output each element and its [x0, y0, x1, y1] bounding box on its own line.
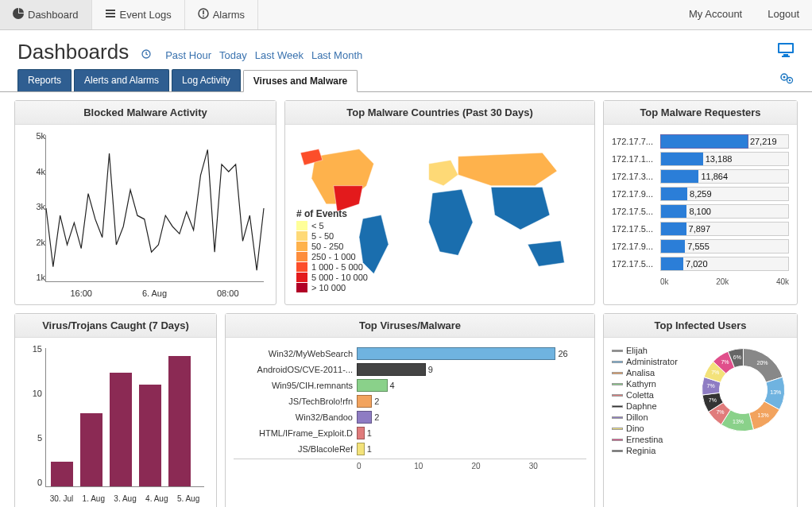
panel-top-viruses: Top Viruses/Malware Win32/MyWebSearch26A… [225, 313, 595, 507]
color-swatch [612, 394, 623, 397]
infected-user-row[interactable]: Analisa [612, 368, 691, 377]
requester-ip: 172.17.5... [612, 259, 655, 269]
requester-ip: 172.17.3... [612, 172, 655, 181]
requester-row[interactable]: 172.17.7...27,219 [612, 134, 789, 149]
panel-top-requesters: Top Malware Requesters 172.17.7...27,219… [603, 100, 798, 305]
topbar: Dashboard Event Logs Alarms My Account L… [0, 0, 812, 30]
bar[interactable] [139, 385, 161, 486]
blocked-malware-chart[interactable]: 5k4k3k2k1k 16:006. Aug08:00 [23, 131, 268, 298]
bar[interactable] [110, 373, 132, 486]
gear-icon[interactable] [780, 73, 795, 87]
tab-reports[interactable]: Reports [17, 69, 72, 91]
panel-top-infected-title: Top Infected Users [604, 314, 797, 338]
panel-top-countries: Top Malware Countries (Past 30 Days) [284, 100, 595, 305]
color-swatch [296, 283, 307, 292]
pie-icon [13, 8, 24, 21]
bar[interactable] [80, 413, 102, 486]
svg-rect-6 [783, 54, 788, 56]
requester-row[interactable]: 172.17.3...11,864 [612, 169, 789, 184]
time-link-past-hour[interactable]: Past Hour [165, 49, 211, 61]
svg-text:6%: 6% [733, 354, 741, 360]
nav-eventlogs-label: Event Logs [120, 9, 172, 21]
virus-row[interactable]: JS/BlacoleRef1 [234, 443, 586, 455]
monitor-icon[interactable] [777, 42, 795, 63]
tab-log-activity[interactable]: Log Activity [172, 69, 241, 91]
bar[interactable] [168, 356, 191, 486]
virus-row[interactable]: AndroidOS/CVE-2011-...9 [234, 363, 586, 376]
requester-ip: 172.17.5... [612, 207, 655, 216]
virus-row[interactable]: Win32/MyWebSearch26 [234, 347, 586, 360]
color-swatch [612, 450, 623, 452]
legend-row: 1 000 - 5 000 [296, 262, 368, 272]
virus-row[interactable]: HTML/IFrame_Exploit.D1 [234, 427, 586, 439]
infected-user-row[interactable]: Daphne [612, 401, 691, 411]
virus-name: AndroidOS/CVE-2011-... [234, 365, 353, 374]
nav-eventlogs[interactable]: Event Logs [92, 0, 185, 29]
infected-user-row[interactable]: Dino [612, 424, 691, 433]
tab-alerts-and-alarms[interactable]: Alerts and Alarms [74, 69, 169, 91]
infected-user-row[interactable]: Coletta [612, 390, 691, 400]
svg-rect-7 [782, 56, 790, 57]
requester-row[interactable]: 172.17.9...8,259 [612, 187, 789, 201]
legend-row: 50 - 250 [296, 242, 368, 251]
warning-icon [198, 8, 209, 21]
nav-dashboard[interactable]: Dashboard [0, 0, 92, 29]
virus-name: Win32/Bandoo [234, 412, 353, 422]
color-swatch [296, 242, 307, 251]
infected-user-row[interactable]: Kathyrn [612, 379, 691, 389]
requesters-chart[interactable]: 172.17.7...27,219172.17.1...13,188172.17… [612, 134, 789, 271]
panel-virus-trojans-title: Virus/Trojans Caught (7 Days) [15, 314, 216, 338]
infected-user-row[interactable]: Reginia [612, 446, 691, 455]
y-axis: 151050 [23, 344, 42, 487]
svg-text:13%: 13% [758, 412, 769, 418]
legend-row: 5 000 - 10 000 [296, 273, 368, 282]
nav-logout[interactable]: Logout [755, 0, 812, 29]
top-viruses-chart[interactable]: Win32/MyWebSearch26AndroidOS/CVE-2011-..… [234, 347, 586, 455]
time-link-last-month[interactable]: Last Month [311, 49, 362, 61]
svg-point-11 [789, 79, 791, 81]
heading-row: Dashboards Past HourTodayLast WeekLast M… [0, 30, 812, 69]
svg-text:7%: 7% [711, 370, 719, 375]
time-link-last-week[interactable]: Last Week [255, 49, 304, 61]
nav-dashboard-label: Dashboard [28, 9, 79, 21]
virus-row[interactable]: Win95/CIH.remnants4 [234, 379, 586, 392]
legend-row: < 5 [296, 221, 368, 230]
tab-viruses-and-malware[interactable]: Viruses and Malware [243, 70, 358, 92]
requester-row[interactable]: 172.17.5...8,100 [612, 204, 789, 219]
svg-text:7%: 7% [721, 359, 729, 365]
svg-rect-1 [203, 10, 204, 14]
requester-row[interactable]: 172.17.5...7,020 [612, 257, 789, 271]
x-axis: 0k20k40k [612, 274, 789, 286]
bar[interactable] [51, 462, 73, 486]
virus-name: Win32/MyWebSearch [234, 349, 353, 358]
virus-name: Win95/CIH.remnants [234, 381, 353, 390]
svg-text:13%: 13% [733, 419, 744, 424]
requester-row[interactable]: 172.17.5...7,897 [612, 222, 789, 236]
svg-rect-2 [203, 16, 204, 17]
time-link-today[interactable]: Today [219, 49, 247, 61]
requester-row[interactable]: 172.17.1...13,188 [612, 152, 789, 166]
infected-user-row[interactable]: Administrator [612, 357, 691, 366]
nav-alarms-label: Alarms [213, 9, 245, 21]
infected-user-row[interactable]: Elijah [612, 346, 691, 355]
nav-alarms[interactable]: Alarms [185, 0, 258, 29]
virus-trojans-chart[interactable]: 151050 30. Jul1. Aug3. Aug4. Aug5. Aug [23, 344, 208, 503]
svg-point-9 [783, 76, 786, 79]
infected-donut-chart[interactable]: 20%13%13%13%7%7%7%7%7%6% [698, 344, 789, 435]
virus-name: JS/BlacoleRef [234, 444, 353, 454]
requester-ip: 172.17.9... [612, 189, 655, 199]
color-swatch [296, 231, 307, 241]
infected-user-row[interactable]: Dillon [612, 412, 691, 422]
infected-user-row[interactable]: Ernestina [612, 435, 691, 444]
nav-myaccount[interactable]: My Account [676, 0, 755, 29]
panel-blocked-malware: Blocked Malware Activity 5k4k3k2k1k 16:0… [14, 100, 276, 305]
legend-row: 5 - 50 [296, 231, 368, 241]
virus-name: JS/TechBrolo!rfn [234, 397, 353, 406]
panel-top-requesters-title: Top Malware Requesters [604, 101, 797, 125]
requester-row[interactable]: 172.17.9...7,555 [612, 239, 789, 254]
color-swatch [612, 383, 623, 385]
map-legend-title: # of Events [296, 208, 368, 219]
svg-text:20%: 20% [757, 360, 768, 366]
virus-row[interactable]: Win32/Bandoo2 [234, 411, 586, 424]
virus-row[interactable]: JS/TechBrolo!rfn2 [234, 395, 586, 408]
